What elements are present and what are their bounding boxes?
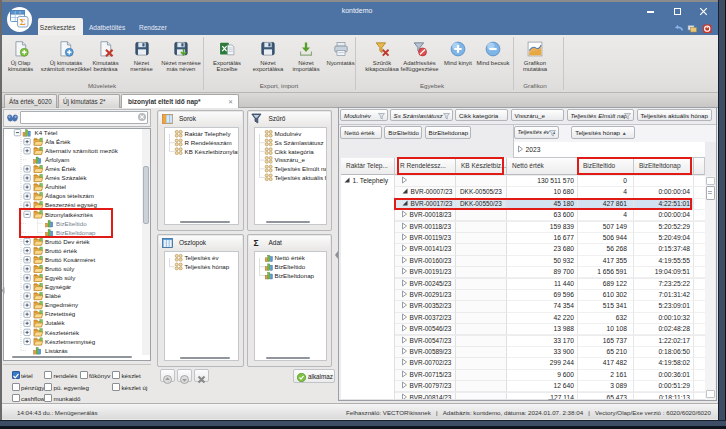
svg-text:Teljesítés aktuális hór: Teljesítés aktuális hór [274,174,326,181]
svg-text:Raktár Telephely: Raktár Telephely [185,130,232,137]
svg-text:Teljesítés Elmúlt nap: Teljesítés Elmúlt nap [274,165,326,172]
svg-text:Teljesítés hónap: Teljesítés hónap [185,263,230,270]
svg-text:Teljesítés év: Teljesítés év [185,254,220,261]
svg-text:Árfolyam: Árfolyam [45,156,69,163]
svg-text:BizElteltdonap: BizElteltdonap [274,272,314,279]
svg-text:Bruttó Kosárméret: Bruttó Kosárméret [45,255,95,262]
svg-text:Készletérték: Készletérték [45,328,80,335]
svg-text:Jutalék: Jutalék [45,319,66,326]
svg-text:Készletmennyiség: Készletmennyiség [45,337,96,344]
svg-text:Beszerzési egység: Beszerzési egység [45,201,97,208]
svg-text:Elábé: Elábé [45,292,61,299]
svg-text:R Rendelésszám: R Rendelésszám [185,139,232,146]
svg-text:Bruttó érték: Bruttó érték [45,246,78,253]
svg-text:Áfa Érték: Áfa Érték [45,137,71,144]
svg-text:Listázás: Listázás [45,346,68,353]
svg-text:K4 Tétel: K4 Tétel [35,129,58,136]
svg-text:Áruhitel: Áruhitel [45,183,66,190]
svg-text:Visszáru_e: Visszáru_e [274,156,305,163]
svg-text:Egyéb súly: Egyéb súly [45,274,76,281]
svg-text:Bruttó súly: Bruttó súly [45,265,75,272]
svg-text:Bruttó Dev érték: Bruttó Dev érték [45,237,91,244]
svg-text:Nettó érték: Nettó érték [274,254,305,261]
svg-text:Fizetettség: Fizetettség [45,310,76,317]
svg-text:Árrés Érték: Árrés Érték [45,165,77,172]
svg-text:Árrés Százalék: Árrés Százalék [45,174,88,181]
svg-text:KB Készletbizonylat s: KB Készletbizonylat s [185,148,240,155]
svg-text:Egységár: Egységár [45,283,71,290]
svg-text:Átlagos tételszám: Átlagos tételszám [45,192,94,199]
svg-text:BizElteltido: BizElteltido [274,263,305,270]
svg-text:Cikk kategória: Cikk kategória [274,148,314,155]
svg-text:Σ: Σ [20,17,26,27]
svg-text:Alternatív számított mezők: Alternatív számított mezők [45,146,119,153]
svg-text:Modulnév: Modulnév [274,130,302,137]
svg-text:Engedmény: Engedmény [45,301,79,308]
svg-text:Ss Számlastátusz: Ss Számlastátusz [274,139,323,146]
